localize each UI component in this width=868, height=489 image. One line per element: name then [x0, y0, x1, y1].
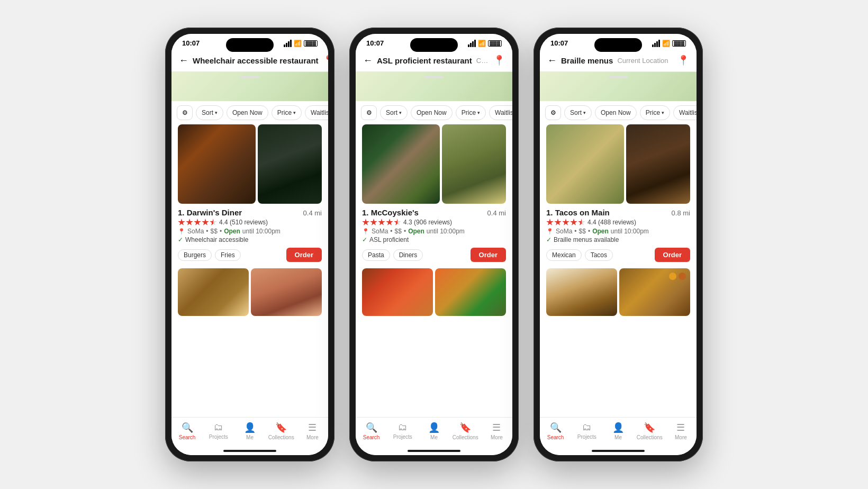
order-button-2[interactable]: Order — [471, 248, 506, 262]
tag-mexican[interactable]: Mexican — [546, 249, 582, 261]
dynamic-island-2 — [410, 38, 458, 52]
scroll-content-2: 1. McCoyskie's 0.4 mi — [356, 124, 512, 417]
meta-row-3: 📍 SoMa • $$ • Open until 10:00pm — [546, 228, 690, 235]
nav-me-label-2: Me — [430, 434, 438, 440]
time-3: 10:07 — [550, 39, 568, 47]
filters-bar-2: ⚙ Sort▾ Open Now Price▾ Waitlist — [356, 101, 512, 124]
nav-projects-2[interactable]: 🗂 Projects — [387, 422, 418, 440]
name-row-3: 1. Tacos on Main 0.8 mi — [546, 208, 690, 217]
filter-icon-btn-3[interactable]: ⚙ — [545, 105, 561, 120]
nav-collections-label-1: Collections — [268, 434, 294, 440]
time-1: 10:07 — [182, 39, 200, 47]
filter-icon-btn-2[interactable]: ⚙ — [361, 105, 377, 120]
phone-1-wrapper: 10:07 📶 ▓▓▓ ← Wheelc — [165, 28, 334, 461]
second-img-b-3 — [619, 268, 690, 316]
signal-2 — [468, 40, 476, 47]
tag-pasta[interactable]: Pasta — [362, 249, 390, 261]
more-icon-1: ☰ — [308, 422, 317, 433]
accessibility-label-1: Wheelchair accessible — [185, 236, 248, 243]
back-button-2[interactable]: ← — [363, 55, 373, 66]
nav-search-2[interactable]: 🔍 Search — [356, 422, 387, 440]
nav-search-label-1: Search — [179, 434, 196, 440]
map-preview-3 — [540, 72, 697, 101]
price-pill-2[interactable]: Price▾ — [456, 105, 486, 120]
open-now-pill-2[interactable]: Open Now — [411, 105, 453, 120]
tag-burgers[interactable]: Burgers — [178, 249, 212, 261]
home-indicator-1 — [171, 447, 328, 455]
waitlist-pill-2[interactable]: Waitlist — [489, 105, 512, 120]
phone-1: 10:07 📶 ▓▓▓ ← Wheelc — [165, 28, 334, 461]
bar-image — [626, 124, 690, 204]
open-status-1: Open — [224, 228, 240, 235]
price-pill-1[interactable]: Price▾ — [272, 105, 302, 120]
nav-search-label-2: Search — [363, 434, 380, 440]
header-subtitle-3: Current Location — [617, 57, 668, 65]
nav-more-1[interactable]: ☰ More — [297, 422, 328, 440]
tag-fries[interactable]: Fries — [215, 249, 241, 261]
second-img-a-1 — [178, 268, 249, 316]
sort-pill-1[interactable]: Sort▾ — [196, 105, 223, 120]
nav-projects-3[interactable]: 🗂 Projects — [571, 422, 602, 440]
map-preview-1 — [171, 72, 328, 101]
second-img-b-1 — [251, 268, 322, 316]
accessibility-label-2: ASL proficient — [369, 236, 409, 243]
main-image-3 — [546, 124, 624, 204]
back-button-3[interactable]: ← — [547, 55, 557, 66]
nav-search-3[interactable]: 🔍 Search — [540, 422, 571, 440]
nav-me-1[interactable]: 👤 Me — [234, 422, 265, 440]
filter-icon-btn-1[interactable]: ⚙ — [177, 105, 193, 120]
more-icon-3: ☰ — [676, 422, 685, 433]
star-2 — [186, 219, 193, 226]
nav-search-1[interactable]: 🔍 Search — [171, 422, 203, 440]
status-icons-1: 📶 ▓▓▓ — [284, 40, 318, 47]
nav-collections-1[interactable]: 🔖 Collections — [266, 422, 297, 440]
nav-projects-1[interactable]: 🗂 Projects — [203, 422, 234, 440]
sort-pill-2[interactable]: Sort▾ — [380, 105, 408, 120]
phone-2-wrapper: 10:07 📶 ▓▓▓ ← ASL proficient — [349, 28, 519, 461]
location-icon-3[interactable]: 📍 — [677, 55, 689, 66]
restaurant-name-2: 1. McCoyskie's — [362, 208, 419, 217]
accessibility-label-3: Braille menus available — [554, 236, 619, 243]
back-button-1[interactable]: ← — [179, 55, 188, 66]
exterior-image — [258, 124, 322, 204]
nav-more-label-3: More — [675, 434, 687, 440]
nav-collections-3[interactable]: 🔖 Collections — [634, 422, 665, 440]
projects-icon-3: 🗂 — [582, 422, 592, 433]
tag-diners[interactable]: Diners — [393, 249, 423, 261]
order-button-3[interactable]: Order — [655, 248, 690, 262]
location-icon-1[interactable]: 📍 — [323, 55, 328, 66]
taco-image — [251, 268, 322, 316]
map-preview-2 — [356, 72, 512, 101]
star-3-1 — [546, 219, 554, 226]
waitlist-pill-1[interactable]: Waitlist — [305, 105, 328, 120]
sort-pill-3[interactable]: Sort▾ — [564, 105, 592, 120]
distance-2: 0.4 mi — [487, 209, 506, 217]
location-icon-2[interactable]: 📍 — [493, 55, 505, 66]
order-button-1[interactable]: Order — [286, 248, 322, 262]
tag-tacos[interactable]: Tacos — [585, 249, 613, 261]
stars-1 — [178, 219, 217, 226]
phone-3-screen: 10:07 📶 ▓▓▓ ← Braille menus — [540, 34, 697, 455]
waitlist-pill-3[interactable]: Waitlist — [673, 105, 697, 120]
salad-image — [362, 124, 440, 204]
search-icon-1: 🔍 — [182, 422, 193, 433]
wifi-icon-1: 📶 — [294, 40, 302, 47]
star-2-1 — [362, 219, 369, 226]
phone-3: 10:07 📶 ▓▓▓ ← Braille menus — [534, 28, 703, 461]
nav-me-3[interactable]: 👤 Me — [602, 422, 634, 440]
cooking-image — [546, 268, 617, 316]
star-half-3 — [578, 219, 585, 226]
nav-collections-label-3: Collections — [637, 434, 663, 440]
stars-3 — [546, 219, 585, 226]
price-pill-3[interactable]: Price▾ — [640, 105, 670, 120]
second-images-2 — [362, 268, 506, 316]
nav-me-2[interactable]: 👤 Me — [418, 422, 449, 440]
nav-more-3[interactable]: ☰ More — [665, 422, 697, 440]
open-now-pill-1[interactable]: Open Now — [227, 105, 268, 120]
star-3-4 — [570, 219, 577, 226]
open-now-pill-3[interactable]: Open Now — [595, 105, 637, 120]
rating-3: 4.4 (488 reviews) — [587, 219, 636, 226]
search-icon-3: 🔍 — [550, 422, 562, 433]
nav-more-2[interactable]: ☰ More — [481, 422, 512, 440]
nav-collections-2[interactable]: 🔖 Collections — [450, 422, 481, 440]
